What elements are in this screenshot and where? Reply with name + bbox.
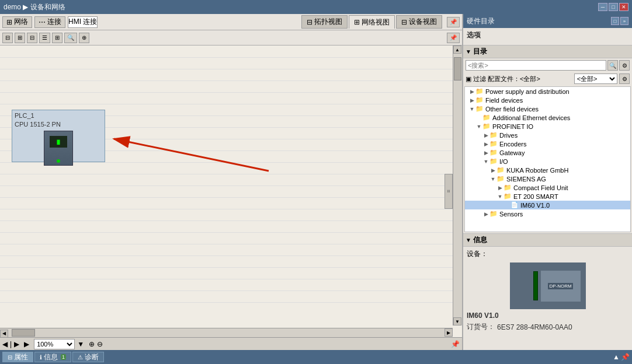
device-green-indicator — [533, 271, 538, 300]
network-button[interactable]: ⊞ 网络 — [2, 16, 32, 28]
options-title: 选项 — [467, 30, 628, 40]
tree-arrow-gateway: ▶ — [482, 150, 489, 156]
directory-arrow: ▼ — [466, 48, 471, 55]
info-content: 设备： DP-NORM IM60 V1.0 订货号： — [463, 247, 632, 350]
canvas-pin[interactable]: 📌 — [451, 340, 460, 348]
tree-label-additional-ethernet: Additional Ethernet devices — [492, 114, 570, 121]
right-panel-title: 硬件目录 — [467, 16, 495, 26]
search-input[interactable] — [466, 60, 606, 71]
tree-item-gateway[interactable]: ▶ 📁 Gateway — [465, 148, 630, 157]
plc-block[interactable]: PLC_1 CPU 1515-2 PN ▐▌ — [12, 110, 105, 162]
tree-label-io: I/O — [499, 158, 508, 165]
tb2-btn5[interactable]: ⊞ — [52, 33, 62, 43]
bottom-pin-btn[interactable]: ▲ — [613, 353, 620, 361]
tree-item-sensors[interactable]: ▶ 📁 Sensors — [465, 209, 630, 218]
scroll-left-icon[interactable]: ◀ — [2, 340, 8, 348]
maximize-button[interactable]: □ — [609, 3, 618, 11]
zoom-out-icon[interactable]: ⊖ — [97, 340, 103, 348]
info-icon: ℹ — [40, 354, 42, 360]
tree-item-field-devices[interactable]: ▶ 📁 Field devices — [465, 96, 630, 104]
tab-topology[interactable]: ⊟ 拓扑视图 — [301, 15, 348, 29]
tb2-btn3[interactable]: ⊟ — [27, 33, 37, 43]
tree-item-additional-ethernet[interactable]: 📁 Additional Ethernet devices — [465, 113, 630, 122]
tb2-btn2[interactable]: ⊞ — [15, 33, 25, 43]
info-device-name: IM60 V1.0 — [463, 310, 632, 321]
canvas-scrollbar-horizontal[interactable]: ◀ ▶ — [0, 328, 453, 337]
right-panel-header: 硬件目录 □ » — [463, 14, 632, 28]
hmi-connect-select[interactable]: HMI 连接 — [68, 16, 98, 28]
info-header[interactable]: ▼ 信息 — [463, 234, 632, 247]
properties-tab[interactable]: ⊟ 属性 — [2, 352, 33, 362]
device-visual: DP-NORM — [533, 270, 581, 302]
search-options-button[interactable]: ⚙ — [619, 60, 630, 71]
search-button[interactable]: 🔍 — [607, 60, 618, 71]
tb2-btn7[interactable]: ⊕ — [79, 33, 89, 43]
scroll-up-button[interactable]: ▲ — [453, 46, 461, 54]
tree-item-im60[interactable]: 📄 IM60 V1.0 — [465, 201, 630, 209]
toolbar-pin[interactable]: 📌 — [447, 33, 460, 43]
canvas-area[interactable]: PLC_1 CPU 1515-2 PN ▐▌ — [0, 46, 462, 337]
network-view-icon: ⊞ — [354, 18, 360, 26]
topology-icon: ⊟ — [307, 18, 312, 26]
bottom-up-btn[interactable]: 📌 — [621, 353, 630, 361]
tree-label-encoders: Encoders — [499, 141, 526, 148]
tree-arrow-sensors: ▶ — [482, 211, 489, 217]
folder-icon-power-supply: 📁 — [475, 88, 484, 95]
folder-icon-compact-field: 📁 — [503, 184, 512, 191]
directory-header[interactable]: ▼ 目录 — [463, 46, 632, 58]
plc-visual: ▐▌ — [44, 131, 73, 166]
scroll-thumb-h[interactable] — [12, 329, 35, 337]
zoom-in-icon[interactable]: ⊕ — [89, 340, 95, 348]
left-panel: ⊞ 网络 ⋯ 连接 HMI 连接 ⊟ 拓扑视图 ⊞ 网络视图 — [0, 14, 463, 350]
connect-icon: ⋯ — [39, 18, 46, 26]
tree-label-power-supply: Power supply and distribution — [485, 88, 570, 95]
options-section: 选项 — [463, 28, 632, 46]
rh-btn1[interactable]: □ — [611, 17, 619, 25]
tb2-btn4[interactable]: ☰ — [39, 33, 50, 43]
scroll-left-button[interactable]: ◀ — [0, 330, 8, 338]
tb2-btn1[interactable]: ⊟ — [2, 33, 13, 43]
tree-arrow-profinet-io: ▼ — [475, 124, 482, 130]
tb2-btn6[interactable]: 🔍 — [64, 33, 77, 43]
zoom-bar: ◀ | ▶ ▶ 100% ▼ ⊕ ⊖ 📌 — [0, 337, 462, 350]
tree-item-other-field[interactable]: ▼ 📁 Other field devices — [465, 104, 630, 113]
tree-item-compact-field[interactable]: ▶ 📁 Compact Field Unit — [465, 183, 630, 192]
view-tabs: ⊟ 拓扑视图 ⊞ 网络视图 ⊟ 设备视图 — [301, 15, 442, 29]
scroll-thumb-v[interactable] — [454, 57, 461, 80]
close-button[interactable]: ✕ — [619, 3, 628, 11]
folder-icon-siemens: 📁 — [496, 175, 505, 183]
info-order-row: 订货号： 6ES7 288-4RM60-0AA0 — [463, 321, 632, 333]
scroll-right-icon[interactable]: ▶ — [14, 340, 19, 348]
tab-device[interactable]: ⊟ 设备视图 — [396, 15, 442, 29]
tree-label-kuka: KUKA Roboter GmbH — [506, 167, 568, 174]
scroll-indicator: | — [10, 340, 12, 348]
config-select[interactable]: <全部> — [574, 74, 617, 84]
tree-item-power-supply[interactable]: ▶ 📁 Power supply and distribution — [465, 87, 630, 96]
scroll-right-button[interactable]: ▶ — [445, 328, 453, 337]
tree-item-kuka[interactable]: ▶ 📁 KUKA Roboter GmbH — [465, 166, 630, 174]
tree-item-et200[interactable]: ▼ 📁 ET 200 SMART — [465, 192, 630, 201]
tab-network[interactable]: ⊞ 网络视图 — [349, 15, 395, 29]
canvas-scrollbar-vertical[interactable]: ▲ ▼ — [453, 46, 462, 326]
scroll-down-button[interactable]: ▼ — [453, 317, 461, 326]
info-tab[interactable]: ℹ 信息 1 — [34, 352, 71, 362]
search-bar: 🔍 ⚙ — [463, 58, 632, 72]
minimize-button[interactable]: ─ — [598, 3, 607, 11]
tree-item-encoders[interactable]: ▶ 📁 Encoders — [465, 139, 630, 148]
tree-item-drives[interactable]: ▶ 📁 Drives — [465, 131, 630, 139]
tree-label-siemens: SIEMENS AG — [506, 176, 546, 183]
edge-tab: ≡ — [445, 174, 453, 209]
connect-button[interactable]: ⋯ 连接 — [34, 16, 65, 28]
diagnostics-tab[interactable]: ⚠ 诊断 — [72, 352, 104, 362]
folder-icon-field-devices: 📁 — [475, 96, 484, 104]
file-icon-im60: 📄 — [511, 201, 519, 209]
pin-button[interactable]: 📌 — [447, 17, 460, 27]
right-header-buttons: □ » — [611, 17, 628, 25]
zoom-select[interactable]: 100% — [34, 339, 75, 349]
tree-item-io[interactable]: ▼ 📁 I/O — [465, 157, 630, 166]
rh-btn2[interactable]: » — [620, 17, 628, 25]
tree-item-profinet-io[interactable]: ▼ 📁 PROFINET IO — [465, 122, 630, 131]
filter-bar: ▣ 过滤 配置文件：<全部> <全部> ⚙ — [463, 72, 632, 85]
tree-item-siemens[interactable]: ▼ 📁 SIEMENS AG — [465, 174, 630, 183]
filter-options-button[interactable]: ⚙ — [619, 74, 630, 84]
